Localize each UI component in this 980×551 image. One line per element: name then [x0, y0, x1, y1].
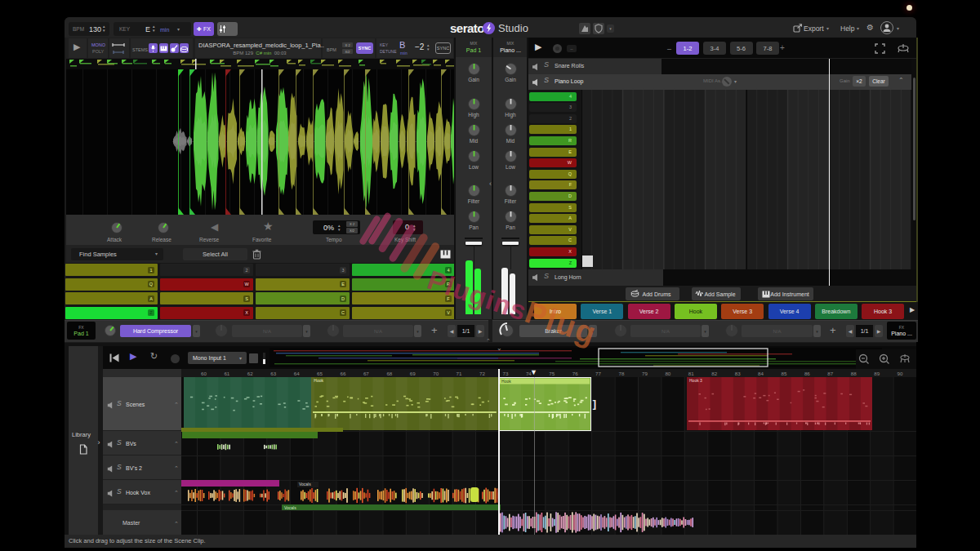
- svg-text:64: 64: [294, 371, 300, 376]
- svg-text:65: 65: [317, 371, 323, 376]
- svg-text:76: 76: [572, 371, 578, 376]
- svg-text:60: 60: [201, 371, 207, 376]
- svg-text:78: 78: [619, 371, 625, 376]
- svg-text:68: 68: [386, 371, 392, 376]
- svg-text:84: 84: [758, 371, 764, 376]
- svg-text:66: 66: [341, 371, 346, 376]
- svg-text:69: 69: [410, 371, 416, 376]
- svg-text:83: 83: [735, 371, 741, 376]
- svg-text:71: 71: [457, 371, 462, 376]
- svg-text:72: 72: [479, 371, 485, 376]
- svg-text:70: 70: [433, 371, 439, 376]
- svg-text:73: 73: [503, 371, 509, 376]
- svg-text:67: 67: [363, 371, 369, 376]
- svg-text:90: 90: [898, 371, 903, 376]
- svg-text:77: 77: [595, 371, 601, 376]
- svg-text:82: 82: [711, 371, 717, 376]
- svg-text:80: 80: [665, 371, 670, 376]
- svg-text:86: 86: [804, 371, 810, 376]
- svg-text:62: 62: [247, 371, 253, 376]
- svg-text:88: 88: [851, 371, 857, 376]
- svg-text:81: 81: [688, 371, 694, 376]
- svg-text:85: 85: [782, 371, 787, 376]
- svg-text:63: 63: [270, 371, 276, 376]
- svg-text:79: 79: [642, 371, 648, 376]
- svg-text:61: 61: [224, 371, 229, 376]
- svg-text:75: 75: [549, 371, 555, 376]
- svg-text:87: 87: [827, 371, 833, 376]
- svg-text:89: 89: [874, 371, 880, 376]
